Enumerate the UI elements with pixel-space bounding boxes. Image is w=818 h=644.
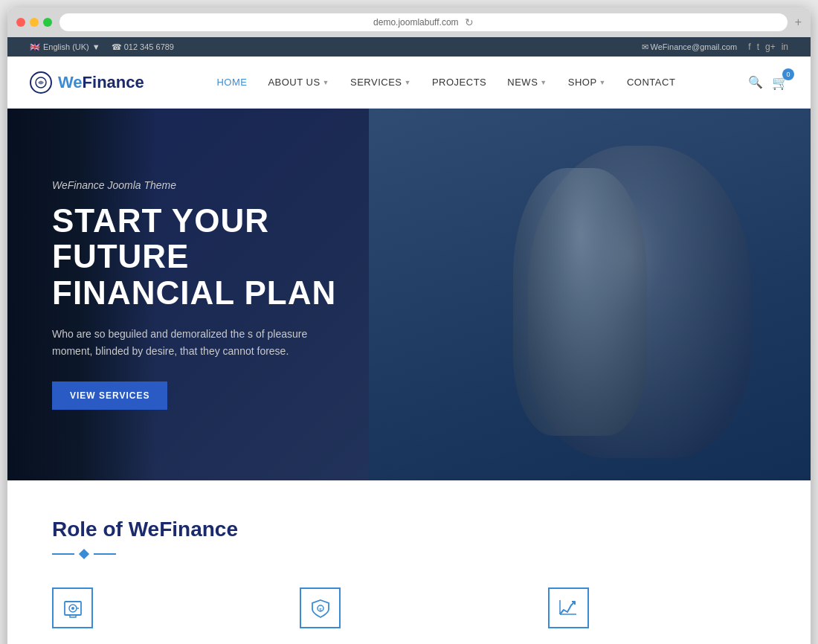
maximize-button[interactable] bbox=[43, 18, 52, 27]
top-bar: 🇬🇧 English (UK) ▼ ☎ 012 345 6789 ✉ WeFin… bbox=[7, 37, 811, 57]
main-nav: WeFinance HOME ABOUT US ▼ SERVICES ▼ PRO… bbox=[7, 57, 811, 109]
shield-icon: $ bbox=[310, 598, 331, 619]
url-text: demo.joomlabuff.com bbox=[373, 17, 459, 28]
hero-subtitle: WeFinance Joomla Theme bbox=[52, 179, 409, 191]
investment-number: 01 bbox=[244, 640, 271, 644]
logo-we: WeFinance bbox=[58, 73, 144, 92]
chart-icon bbox=[558, 598, 579, 619]
nav-actions: 🔍 🛒 0 bbox=[748, 74, 788, 91]
language-dropdown-icon: ▼ bbox=[92, 42, 100, 51]
website-content: 🇬🇧 English (UK) ▼ ☎ 012 345 6789 ✉ WeFin… bbox=[7, 37, 811, 644]
hero-title-line2: FINANCIAL PLAN bbox=[52, 274, 336, 311]
svg-point-3 bbox=[71, 607, 74, 610]
nav-news[interactable]: NEWS ▼ bbox=[498, 71, 555, 94]
svg-rect-5 bbox=[70, 615, 76, 617]
linkedin-icon[interactable]: in bbox=[782, 42, 788, 52]
logo-svg bbox=[34, 76, 48, 89]
cart-badge: 0 bbox=[782, 68, 794, 80]
insurance-header: Insurance Policies 02 bbox=[300, 640, 518, 644]
trading-number: 03 bbox=[739, 640, 766, 644]
browser-chrome: demo.joomlabuff.com ↻ + bbox=[7, 7, 811, 37]
services-dropdown-icon: ▼ bbox=[405, 79, 411, 86]
nav-about[interactable]: ABOUT US ▼ bbox=[259, 71, 338, 94]
nav-home[interactable]: HOME bbox=[207, 71, 256, 94]
close-button[interactable] bbox=[16, 18, 25, 27]
investment-header: Investment Planning 01 bbox=[52, 640, 270, 644]
phone-number: ☎ 012 345 6789 bbox=[112, 42, 174, 52]
search-icon[interactable]: 🔍 bbox=[748, 75, 763, 89]
hero-section: WeFinance Joomla Theme START YOUR FUTURE… bbox=[7, 109, 811, 480]
email-address: ✉ WeFinance@gmail.com bbox=[642, 42, 738, 52]
browser-window: demo.joomlabuff.com ↻ + 🇬🇧 English (UK) … bbox=[7, 7, 811, 644]
nav-shop[interactable]: SHOP ▼ bbox=[559, 71, 615, 94]
top-bar-left: 🇬🇧 English (UK) ▼ ☎ 012 345 6789 bbox=[30, 42, 174, 52]
section-title: Role of WeFinance bbox=[52, 518, 766, 541]
refresh-icon[interactable]: ↻ bbox=[465, 16, 474, 28]
facebook-icon[interactable]: f bbox=[748, 42, 750, 52]
section-divider bbox=[52, 550, 766, 558]
about-dropdown-icon: ▼ bbox=[323, 79, 329, 86]
divider-right-line bbox=[94, 553, 116, 555]
service-card-investment: Investment Planning 01 To invest is to a… bbox=[52, 587, 270, 644]
safe-icon bbox=[62, 598, 83, 619]
language-selector[interactable]: 🇬🇧 English (UK) ▼ bbox=[30, 42, 100, 52]
flag-icon: 🇬🇧 bbox=[30, 42, 40, 52]
insurance-number: 02 bbox=[492, 640, 518, 644]
nav-contact[interactable]: CONTACT bbox=[618, 71, 684, 94]
trading-header: Trading Policies 03 bbox=[548, 640, 766, 644]
hero-cta-button[interactable]: VIEW SERVICES bbox=[52, 381, 167, 410]
insurance-icon-wrapper: $ bbox=[300, 587, 341, 628]
logo[interactable]: WeFinance bbox=[30, 71, 144, 94]
hero-person-face bbox=[513, 168, 647, 436]
new-tab-button[interactable]: + bbox=[795, 16, 802, 29]
browser-traffic-lights bbox=[16, 18, 52, 27]
service-card-insurance: $ Insurance Policies 02 WeFinance Insura… bbox=[300, 587, 518, 644]
trading-icon-wrapper bbox=[548, 587, 589, 628]
news-dropdown-icon: ▼ bbox=[540, 79, 547, 86]
services-grid: Investment Planning 01 To invest is to a… bbox=[52, 587, 766, 644]
divider-diamond-icon bbox=[79, 549, 89, 559]
nav-projects[interactable]: PROJECTS bbox=[423, 71, 495, 94]
minimize-button[interactable] bbox=[30, 18, 39, 27]
nav-links: HOME ABOUT US ▼ SERVICES ▼ PROJECTS NEWS… bbox=[207, 71, 684, 94]
hero-title-line1: START YOUR FUTURE bbox=[52, 202, 269, 274]
service-card-trading: Trading Policies 03 The Trading Policies… bbox=[548, 587, 766, 644]
hero-content: WeFinance Joomla Theme START YOUR FUTURE… bbox=[7, 179, 454, 410]
googleplus-icon[interactable]: g+ bbox=[765, 42, 776, 52]
shop-dropdown-icon: ▼ bbox=[599, 79, 606, 86]
url-bar[interactable]: demo.joomlabuff.com ↻ bbox=[59, 13, 788, 31]
hero-title: START YOUR FUTURE FINANCIAL PLAN bbox=[52, 203, 409, 311]
nav-services[interactable]: SERVICES ▼ bbox=[341, 71, 420, 94]
divider-left-line bbox=[52, 553, 74, 555]
logo-icon bbox=[30, 71, 52, 94]
twitter-icon[interactable]: t bbox=[757, 42, 759, 52]
bottom-section: Role of WeFinance bbox=[7, 480, 811, 644]
language-label: English (UK) bbox=[43, 42, 89, 51]
investment-icon-wrapper bbox=[52, 587, 93, 628]
social-icons: f t g+ in bbox=[748, 42, 788, 52]
cart-icon[interactable]: 🛒 0 bbox=[772, 74, 788, 91]
top-bar-right: ✉ WeFinance@gmail.com f t g+ in bbox=[642, 42, 789, 52]
hero-description: Who are so beguiled and demoralized the … bbox=[52, 326, 350, 359]
